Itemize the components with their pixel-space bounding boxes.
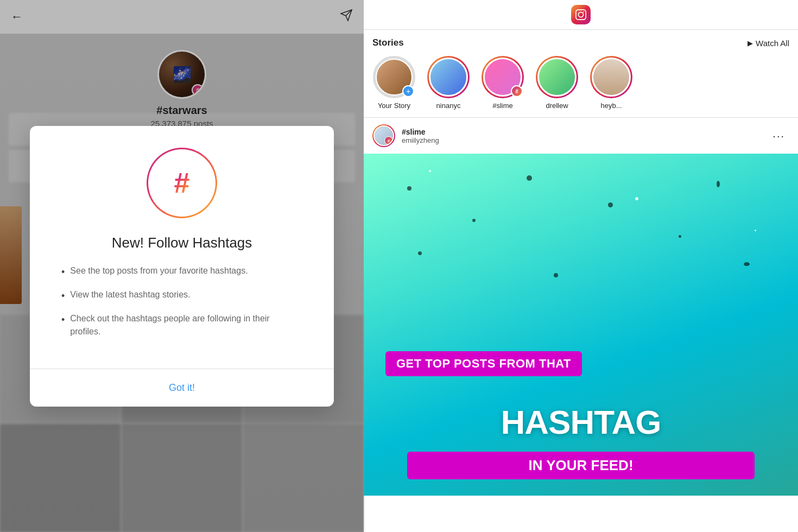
dark-spot: [418, 251, 422, 255]
dark-spot: [472, 219, 476, 222]
ninanyc-avatar-wrap: [427, 56, 470, 98]
story-ninanyc[interactable]: ninanyc: [427, 56, 470, 110]
bullet-dot-2: •: [61, 289, 65, 303]
sparkle: [429, 170, 431, 172]
sparkle: [635, 197, 638, 200]
svg-point-1: [578, 12, 583, 17]
post-account-name[interactable]: #slime: [402, 128, 762, 136]
sparkle: [755, 230, 756, 231]
modal-bullet-1: • See the top posts from your favorite h…: [61, 264, 302, 280]
watch-all-label: Watch All: [756, 39, 789, 48]
post-info: #slime emiilyzheng: [402, 128, 762, 144]
drellew-avatar-wrap: [536, 56, 578, 98]
post-section: # #slime emiilyzheng ···: [364, 118, 798, 496]
modal-bullet-2: • View the latest hashtag stories.: [61, 288, 302, 303]
drellew-label: drellew: [546, 102, 568, 110]
modal-title-text: Follow Hashtags: [148, 235, 252, 251]
dark-spot: [679, 235, 681, 238]
dark-spot: [744, 262, 750, 266]
right-panel: Stories ▶ Watch All + Your Story: [364, 0, 798, 532]
post-banner-2: HASHTAG: [375, 403, 787, 441]
story-slime[interactable]: # #slime: [481, 56, 524, 110]
modal-body: # New! Follow Hashtags • See the top pos…: [30, 126, 334, 363]
bullet-text-3: Check out the hashtags people are follow…: [70, 312, 302, 338]
heyb-ring: [590, 56, 632, 98]
play-icon: ▶: [748, 39, 753, 47]
your-story-label: Your Story: [378, 102, 410, 110]
dark-spot: [407, 186, 411, 191]
stories-label: Stories: [372, 37, 404, 48]
modal-overlay: # New! Follow Hashtags • See the top pos…: [0, 0, 364, 532]
stories-section: Stories ▶ Watch All + Your Story: [364, 30, 798, 118]
follow-hashtags-modal: # New! Follow Hashtags • See the top pos…: [30, 126, 334, 407]
instagram-top-bar: [364, 0, 798, 30]
hashtag-circle-icon: #: [147, 148, 217, 218]
bullet-text-1: See the top posts from your favorite has…: [70, 264, 248, 277]
slime-hashtag-badge: #: [511, 85, 523, 97]
svg-point-2: [583, 11, 584, 12]
heyb-label: heyb...: [600, 102, 622, 110]
post-banner-3: IN YOUR FEED!: [407, 452, 755, 479]
post-avatar[interactable]: #: [372, 124, 395, 147]
bullet-dot-1: •: [61, 265, 65, 280]
slime-avatar-wrap: #: [482, 56, 524, 98]
post-avatar-img: #: [375, 126, 393, 145]
post-sub-name: emiilyzheng: [402, 136, 762, 144]
heyb-avatar: [592, 58, 631, 97]
modal-bullets-list: • See the top posts from your favorite h…: [56, 264, 308, 347]
post-banner-1: GET TOP POSTS FROM THAT: [385, 351, 582, 376]
post-image: GET TOP POSTS FROM THAT HASHTAG IN YOUR …: [364, 154, 798, 496]
dark-spot: [554, 273, 558, 277]
post-avatar-inner: #: [373, 125, 394, 146]
got-it-button[interactable]: Got it!: [156, 378, 208, 398]
modal-footer: Got it!: [30, 369, 334, 407]
your-story-avatar-wrap: +: [373, 56, 415, 98]
ninanyc-ring: [427, 56, 470, 98]
post-more-button[interactable]: ···: [768, 128, 789, 144]
drellew-ring: [536, 56, 578, 98]
left-panel: ← 🌌 # #starwars 25,373,875 posts: [0, 0, 364, 532]
stories-row: + Your Story ninanyc #: [372, 56, 789, 110]
post-header: # #slime emiilyzheng ···: [364, 118, 798, 154]
instagram-icon: [571, 5, 591, 24]
bullet-dot-3: •: [61, 313, 65, 327]
story-drellew[interactable]: drellew: [535, 56, 579, 110]
your-story-plus-badge: +: [402, 85, 414, 97]
modal-bullet-3: • Check out the hashtags people are foll…: [61, 312, 302, 338]
slime-label: #slime: [492, 102, 513, 110]
hashtag-symbol: #: [174, 169, 190, 197]
stories-header: Stories ▶ Watch All: [372, 37, 789, 48]
post-avatar-badge: #: [384, 136, 393, 145]
drellew-avatar: [537, 58, 577, 97]
dark-spot: [527, 175, 532, 181]
story-your-story[interactable]: + Your Story: [372, 56, 416, 110]
svg-rect-0: [576, 10, 586, 20]
dark-spot: [717, 181, 720, 187]
story-heyb[interactable]: heyb...: [590, 56, 633, 110]
ninanyc-label: ninanyc: [436, 102, 461, 110]
modal-title-new: New!: [112, 235, 148, 251]
ninanyc-avatar: [429, 58, 468, 97]
heyb-avatar-wrap: [590, 56, 632, 98]
modal-title: New! Follow Hashtags: [112, 235, 252, 251]
bullet-text-2: View the latest hashtag stories.: [70, 288, 190, 301]
instagram-logo: [571, 5, 591, 24]
watch-all-button[interactable]: ▶ Watch All: [748, 39, 789, 48]
dark-spot: [608, 202, 613, 207]
